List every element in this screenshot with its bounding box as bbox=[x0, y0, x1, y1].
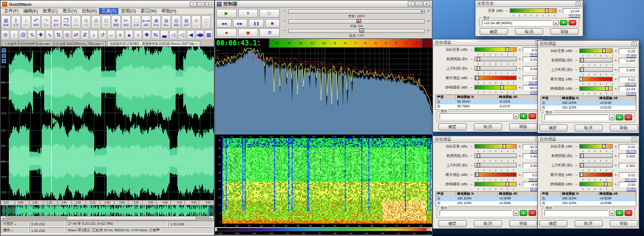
zoom-selection-icon[interactable]: ⊙ 选段 bbox=[171, 15, 181, 29]
slider-minus[interactable]: − bbox=[470, 48, 473, 52]
waveshape-icon[interactable]: ∿ bbox=[45, 30, 54, 40]
matrix-icon[interactable]: ▦ bbox=[204, 30, 213, 40]
slider-track[interactable] bbox=[474, 153, 517, 158]
slider-thumb[interactable] bbox=[579, 77, 583, 81]
slider-track[interactable] bbox=[579, 67, 613, 72]
equalizer-icon[interactable]: ≡ bbox=[116, 30, 124, 40]
combo-dropdown-icon[interactable]: ▾ bbox=[553, 20, 559, 25]
invert-icon[interactable]: ⇅ bbox=[54, 30, 62, 40]
slider-plus[interactable]: + bbox=[518, 182, 521, 186]
cancel-button[interactable]: 取消 bbox=[515, 28, 543, 35]
zoom-all-icon[interactable]: ⊚ 全部 bbox=[181, 15, 191, 29]
slider-thumb[interactable] bbox=[580, 67, 584, 72]
settings-gear-button[interactable]: ⚙ bbox=[259, 28, 280, 37]
speed-slider[interactable]: − ✕ + 速度: 1.00 bbox=[283, 28, 430, 37]
percent-link[interactable]: 97.16% bbox=[619, 54, 636, 57]
rewind-button[interactable]: ◀◀ bbox=[216, 19, 232, 28]
record-button[interactable]: ● bbox=[216, 28, 237, 37]
preset-add-button[interactable]: + bbox=[616, 210, 623, 216]
slider-plus[interactable]: + bbox=[614, 163, 617, 168]
percent-link[interactable]: 199.77% bbox=[619, 82, 636, 86]
table-row[interactable]: 右 100.115% +0.0090 bbox=[436, 201, 540, 206]
close-icon[interactable]: × bbox=[632, 137, 637, 142]
slider-value-field[interactable]: -0.25 bbox=[619, 48, 636, 54]
menu-item[interactable]: 编辑(E) bbox=[21, 8, 41, 14]
slider-value-field[interactable]: -0.02 bbox=[619, 144, 636, 149]
exchange-icon[interactable]: ⇄ bbox=[72, 30, 80, 40]
preset-combobox[interactable] bbox=[544, 210, 608, 216]
help-button[interactable]: 帮助 bbox=[509, 220, 537, 227]
slider-track[interactable] bbox=[474, 85, 517, 90]
overview-canvas[interactable] bbox=[1, 205, 215, 216]
slider-plus[interactable]: + bbox=[614, 77, 617, 81]
slider-plus[interactable]: + bbox=[518, 86, 521, 90]
back-icon[interactable]: ← bbox=[107, 30, 115, 40]
slider-track[interactable] bbox=[579, 153, 613, 158]
slider-minus[interactable]: − bbox=[574, 68, 578, 72]
reverse-icon[interactable]: ↺ bbox=[98, 30, 107, 40]
slider-minus[interactable]: − bbox=[574, 77, 578, 81]
stop-button[interactable]: ■ bbox=[265, 19, 280, 28]
help-button[interactable]: 帮助 bbox=[550, 28, 579, 35]
slider-plus[interactable]: + bbox=[614, 182, 617, 186]
slider-thumb[interactable] bbox=[580, 172, 583, 177]
dialog-titlebar[interactable]: 自动增益 × bbox=[433, 40, 543, 46]
trim-icon[interactable]: ⊢ 修剪 bbox=[121, 15, 131, 29]
main-titlebar[interactable]: GoldWave − □ × bbox=[1, 1, 214, 8]
slider-thumb[interactable] bbox=[503, 144, 506, 149]
slider-plus[interactable]: + bbox=[614, 87, 617, 91]
preset-add-button[interactable]: + bbox=[560, 20, 567, 25]
slider-minus[interactable]: − bbox=[574, 182, 578, 186]
preset-add-button[interactable]: + bbox=[616, 114, 623, 120]
dialog-titlebar[interactable]: 自动增益 × bbox=[538, 41, 639, 47]
percent-link[interactable]: 25.00% bbox=[619, 91, 636, 95]
slider-minus[interactable]: − bbox=[574, 145, 578, 149]
close-icon[interactable]: × bbox=[576, 1, 581, 6]
dialog-titlebar[interactable]: 自动增益 × bbox=[433, 136, 543, 143]
slider-track[interactable] bbox=[474, 66, 517, 71]
cancel-button[interactable]: 取消 bbox=[574, 124, 603, 132]
close-icon[interactable]: × bbox=[205, 2, 212, 7]
slider-thumb[interactable] bbox=[580, 163, 584, 168]
ok-button[interactable]: 确定 bbox=[539, 124, 567, 132]
dropdown-arrow-icon[interactable]: ▾ bbox=[15, 222, 16, 226]
slider-track[interactable] bbox=[474, 163, 517, 168]
slider-track[interactable] bbox=[579, 77, 613, 81]
record-loop-button[interactable]: ◉ bbox=[238, 28, 259, 37]
menu-item[interactable]: 工具(T) bbox=[99, 8, 118, 14]
speed-slider-thumb[interactable]: ✕ bbox=[359, 28, 364, 32]
zoom-1-1-icon[interactable]: ◱ 1:1 bbox=[202, 15, 211, 29]
close-icon[interactable]: × bbox=[632, 41, 637, 46]
file-tab[interactable]: 小女孩声乐3分钟同声乐clip.wav : 白天仙境 SACD(Remix_75… bbox=[2, 41, 106, 46]
preset-combobox[interactable] bbox=[544, 114, 608, 120]
slider-minus[interactable]: − bbox=[470, 154, 473, 158]
waveform-area[interactable]: 1.00.50.0-0.5-1.0 1.00.50.0-0.5-1.0 bbox=[1, 47, 214, 200]
pause-button[interactable]: ❚❚ bbox=[249, 19, 264, 28]
fast-forward-button[interactable]: ▶▶ bbox=[233, 19, 248, 28]
dialog-titlebar[interactable]: 自动增益 × bbox=[538, 136, 639, 143]
slider-minus[interactable]: − bbox=[505, 9, 508, 13]
time-ruler[interactable]: 0:200:401:001:201:402:002:202:403:003:20… bbox=[1, 200, 214, 205]
slider-thumb[interactable] bbox=[506, 47, 509, 52]
help-button[interactable]: 帮助 bbox=[610, 220, 638, 227]
slider-thumb[interactable] bbox=[477, 153, 480, 158]
evaluator-icon[interactable]: ％ bbox=[28, 30, 36, 40]
status-attr[interactable]: 属性▾ bbox=[1, 227, 29, 234]
table-row[interactable]: 左 100.115% +0.0100 bbox=[541, 101, 636, 106]
slider-plus[interactable]: + bbox=[518, 67, 521, 71]
flanger-icon[interactable]: ✚ bbox=[37, 30, 45, 40]
slider-thumb[interactable] bbox=[580, 153, 584, 158]
noise-reduction-icon[interactable]: ▲ bbox=[125, 30, 133, 40]
slider-value-field[interactable]: -12.04 bbox=[619, 86, 636, 91]
preset-combobox[interactable]: +12.04 dB [400%] bbox=[482, 20, 552, 25]
slider-minus[interactable]: − bbox=[470, 145, 473, 149]
slider-thumb[interactable] bbox=[477, 66, 480, 71]
percent-link[interactable]: 100.12% bbox=[619, 178, 636, 181]
minimize-icon[interactable]: − bbox=[408, 1, 415, 6]
preset-add-button[interactable]: + bbox=[520, 113, 527, 119]
slider-minus[interactable]: − bbox=[574, 173, 578, 177]
open-icon[interactable]: ⇪ 打开 bbox=[11, 15, 21, 29]
volume-up-icon[interactable]: ◁ bbox=[178, 30, 186, 40]
slider-value-field[interactable]: 6.01 bbox=[619, 77, 636, 82]
dynamics-icon[interactable]: @ bbox=[19, 30, 27, 40]
